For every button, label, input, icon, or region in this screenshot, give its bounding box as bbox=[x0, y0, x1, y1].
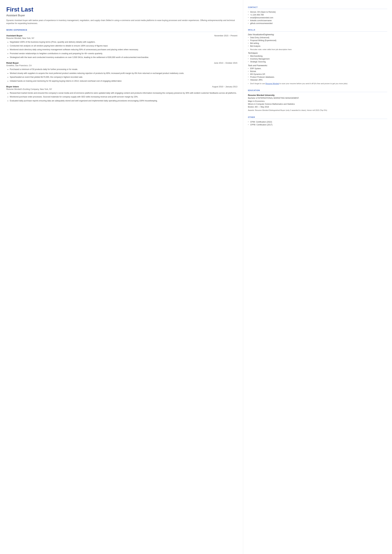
job-buyer-intern: Buyer Intern August 2010 – January 2013 … bbox=[6, 85, 237, 102]
job1-bullet-5: Strategized with the team and conducted … bbox=[10, 56, 237, 59]
job2-bullet-4: Initiated hands-on training and mentorin… bbox=[10, 80, 237, 83]
job2-bullet-1: Purchased a minimum of 50 products daily… bbox=[10, 68, 237, 71]
job2-bullet-3: Spearheaded an event that yielded $170,0… bbox=[10, 76, 237, 79]
skill-biztrak: Biztrak. bbox=[248, 70, 387, 72]
contact-email: email@resumeworded.com bbox=[248, 17, 387, 19]
other-list: CPIM- Certification (2022) CPPB- Certifi… bbox=[248, 121, 387, 126]
skill-strategic-sourcing: Strategic Sourcing. bbox=[248, 61, 387, 63]
skills-techniques-list: Merchandising. Inventory Management Stra… bbox=[248, 55, 387, 63]
skill-atlassian-jira: Atlassian JIRA. bbox=[248, 79, 387, 81]
contact-linkedin: linkedin.com/in/username bbox=[248, 19, 387, 22]
skill-product-producer: Product Producer databases. bbox=[248, 76, 387, 78]
job1-bullets: Negotiated 100% of the business buying t… bbox=[10, 41, 237, 59]
job-assistant-buyer: Assistant Buyer November 2015 – Present … bbox=[6, 35, 237, 59]
other-cppb: CPPB- Certification (2017) bbox=[248, 124, 387, 126]
contact-github: github.com/resumeworded bbox=[248, 22, 387, 24]
job1-company: Resume Worded, New York, NY bbox=[6, 37, 237, 39]
edu-details: Major in Economics. Minors in Computer S… bbox=[248, 100, 387, 108]
job2-date: June 2013 – October 2015 bbox=[214, 62, 237, 64]
education-section: EDUCATION Resume Worded University Bache… bbox=[248, 89, 387, 112]
education-label: EDUCATION bbox=[248, 89, 387, 92]
job3-date: August 2010 – January 2013 bbox=[212, 86, 238, 88]
skill-bid-writing: Bid writing. bbox=[248, 42, 387, 44]
skill-inventory-management: Inventory Management bbox=[248, 58, 387, 60]
edu-school: Resume Worded University bbox=[248, 94, 387, 96]
job2-bullet-2: Worked closely with suppliers to acquire… bbox=[10, 72, 237, 75]
skills-techniques-category: Techniques: bbox=[248, 52, 387, 54]
recruiter-note: Recruiter note: enter skills from job de… bbox=[248, 49, 387, 50]
skills-tools-list: ERP System. Biztrak. MS Dynamics GP. Pro… bbox=[248, 67, 387, 81]
skill-erp: ERP System. bbox=[248, 67, 387, 70]
job3-bullet-1: Researched market trends and ensured the… bbox=[10, 91, 237, 95]
work-experience-section: WORK EXPERIENCE Assistant Buyer November… bbox=[6, 29, 237, 103]
job1-header: Assistant Buyer November 2015 – Present bbox=[6, 35, 237, 37]
candidate-title: Assistant Buyer bbox=[6, 14, 237, 17]
job1-bullet-1: Negotiated 100% of the business buying t… bbox=[10, 41, 237, 44]
candidate-summary: Dynamic Assistant buyer with twelve year… bbox=[6, 19, 237, 25]
other-label: OTHER bbox=[248, 116, 387, 119]
job1-bullet-3: Monitored stock directory daily using in… bbox=[10, 48, 237, 51]
contact-location: Denver, OH (Open to Remote) bbox=[248, 11, 387, 13]
skills-data-viz-category: Data Visualization/Engineering: bbox=[248, 34, 387, 36]
contact-section: CONTACT Denver, OH (Open to Remote) +1-2… bbox=[248, 6, 387, 24]
contact-label: CONTACT bbox=[248, 6, 387, 9]
job2-company: Growthsi, San Francisco, CA bbox=[6, 64, 237, 67]
skill-data-entry: Data Entry (Advanced) bbox=[248, 36, 387, 39]
skill-ms-dynamics: MS Dynamics GP. bbox=[248, 73, 387, 75]
job3-bullet-3: Evaluated daily purchase reports ensurin… bbox=[10, 99, 237, 102]
skills-tools-category: Tools and Frameworks: bbox=[248, 64, 387, 67]
job3-company: Resume Worded's Exciting Company, New Yo… bbox=[6, 88, 237, 90]
edu-awards: Awards: Resume Worded Distinguished Buye… bbox=[248, 109, 387, 112]
job1-date: November 2015 – Present bbox=[214, 35, 238, 37]
job-retail-buyer: Retail Buyer June 2013 – October 2015 Gr… bbox=[6, 62, 237, 83]
skill-proposal-writing: Proposal Writing (Experienced) bbox=[248, 39, 387, 42]
scan-resume-note: Don't forget to use Resume Worded to sca… bbox=[248, 82, 387, 85]
skills-section: SKILLS Data Visualization/Engineering: D… bbox=[248, 29, 387, 85]
work-experience-label: WORK EXPERIENCE bbox=[6, 29, 237, 32]
skill-bid-analysis: Bid Analysis bbox=[248, 45, 387, 47]
job1-bullet-2: Conducted risk analysis on all vendors p… bbox=[10, 44, 237, 47]
job1-title: Assistant Buyer bbox=[6, 35, 23, 37]
job1-bullet-4: Promoted vendor relationships to heighte… bbox=[10, 52, 237, 55]
job3-bullet-2: Monitored purchase order processes. Sour… bbox=[10, 95, 237, 98]
skills-label: SKILLS bbox=[248, 29, 387, 32]
edu-degree: Bachelor of INTERNATIONAL MARKETING MANA… bbox=[248, 97, 387, 99]
resume-worded-link[interactable]: Resume Worded bbox=[265, 83, 279, 84]
job2-header: Retail Buyer June 2013 – October 2015 bbox=[6, 62, 237, 64]
job3-bullets: Researched market trends and ensured the… bbox=[10, 91, 237, 102]
contact-list: Denver, OH (Open to Remote) +1-234-456-7… bbox=[248, 11, 387, 24]
skills-data-viz-list: Data Entry (Advanced) Proposal Writing (… bbox=[248, 36, 387, 47]
job2-bullets: Purchased a minimum of 50 products daily… bbox=[10, 68, 237, 83]
other-cpim: CPIM- Certification (2022) bbox=[248, 121, 387, 123]
contact-phone: +1-234-456-789 bbox=[248, 14, 387, 16]
sidebar-column: CONTACT Denver, OH (Open to Remote) +1-2… bbox=[243, 0, 392, 554]
candidate-name: First Last bbox=[6, 6, 237, 13]
main-column: First Last Assistant Buyer Dynamic Assis… bbox=[0, 0, 243, 554]
other-section: OTHER CPIM- Certification (2022) CPPB- C… bbox=[248, 116, 387, 126]
job3-header: Buyer Intern August 2010 – January 2013 bbox=[6, 85, 237, 88]
job3-title: Buyer Intern bbox=[6, 85, 19, 88]
skill-merchandising: Merchandising. bbox=[248, 55, 387, 57]
job2-title: Retail Buyer bbox=[6, 62, 19, 64]
